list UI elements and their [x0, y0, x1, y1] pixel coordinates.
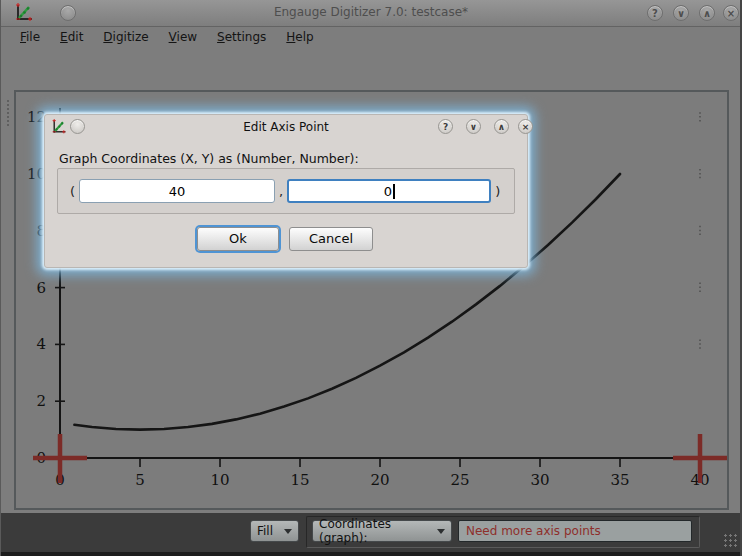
coordinates-combo-value: Coordinates (graph): — [319, 517, 437, 545]
open-paren: ( — [66, 184, 79, 199]
coordinates-groupbox: ( 40 , 0 ) — [57, 168, 515, 214]
x-tick-label: 25 — [450, 471, 469, 489]
coordinates-combo[interactable]: Coordinates (graph): — [312, 520, 452, 542]
menu-file[interactable]: File — [10, 29, 50, 45]
menu-view[interactable]: View — [159, 29, 207, 45]
y-coordinate-value: 0 — [384, 184, 392, 199]
x-coordinate-input[interactable]: 40 — [79, 179, 275, 203]
close-paren: ) — [491, 184, 504, 199]
edit-axis-point-dialog: Edit Axis Point ? ∨ ∧ × Graph Coordinate… — [44, 114, 528, 268]
y-tick-label: 2 — [36, 392, 46, 410]
window-shade-button[interactable]: ∨ — [673, 5, 689, 21]
dialog-titlebar[interactable]: Edit Axis Point ? ∨ ∧ × — [45, 115, 527, 139]
fill-combo-value: Fill — [257, 524, 273, 538]
y-tick-label: 6 — [36, 279, 46, 297]
menu-edit[interactable]: Edit — [50, 29, 93, 45]
toolbar: Filtered image — [0, 46, 742, 90]
comma: , — [275, 184, 287, 199]
x-tick-label: 20 — [370, 471, 389, 489]
dialog-shade-button[interactable]: ∨ — [466, 119, 481, 134]
y-tick-label: 4 — [36, 335, 46, 353]
status-message-field: Need more axis points — [458, 520, 692, 542]
cancel-button[interactable]: Cancel — [289, 227, 373, 251]
y-coordinate-input[interactable]: 0 — [287, 179, 491, 203]
x-tick-label: 15 — [290, 471, 309, 489]
text-cursor — [393, 184, 395, 199]
chevron-down-icon — [284, 529, 292, 534]
dialog-help-button[interactable]: ? — [438, 119, 453, 134]
window-title: Engauge Digitizer 7.0: testcase* — [0, 5, 742, 19]
fill-combo[interactable]: Fill — [250, 520, 299, 542]
window-bottom-edge — [0, 552, 742, 556]
resize-grip[interactable] — [724, 534, 738, 548]
statusbar: Fill Coordinates (graph): Need more axis… — [0, 513, 742, 552]
dialog-maximize-button[interactable]: ∧ — [494, 119, 509, 134]
x-tick-label: 35 — [610, 471, 629, 489]
toolbar-drag-handle[interactable] — [6, 99, 10, 127]
status-message: Need more axis points — [466, 524, 601, 538]
menu-digitize[interactable]: Digitize — [93, 29, 158, 45]
x-tick-label: 10 — [210, 471, 229, 489]
menu-help[interactable]: Help — [276, 29, 323, 45]
window-maximize-button[interactable]: ∧ — [699, 5, 715, 21]
coordinates-label: Graph Coordinates (X, Y) as (Number, Num… — [59, 151, 359, 166]
chevron-down-icon — [437, 529, 445, 534]
ok-button[interactable]: Ok — [197, 227, 279, 251]
x-tick-label: 5 — [135, 471, 145, 489]
dialog-close-button[interactable]: × — [518, 119, 533, 134]
menubar: FileEditDigitizeViewSettingsHelp — [0, 27, 742, 46]
window-help-button[interactable]: ? — [647, 5, 663, 21]
menu-settings[interactable]: Settings — [207, 29, 276, 45]
x-coordinate-value: 40 — [169, 184, 186, 199]
window-titlebar: Engauge Digitizer 7.0: testcase* ? ∨ ∧ × — [0, 0, 742, 27]
window-close-button[interactable]: × — [723, 5, 739, 21]
x-tick-label: 30 — [530, 471, 549, 489]
dialog-title: Edit Axis Point — [45, 120, 527, 134]
